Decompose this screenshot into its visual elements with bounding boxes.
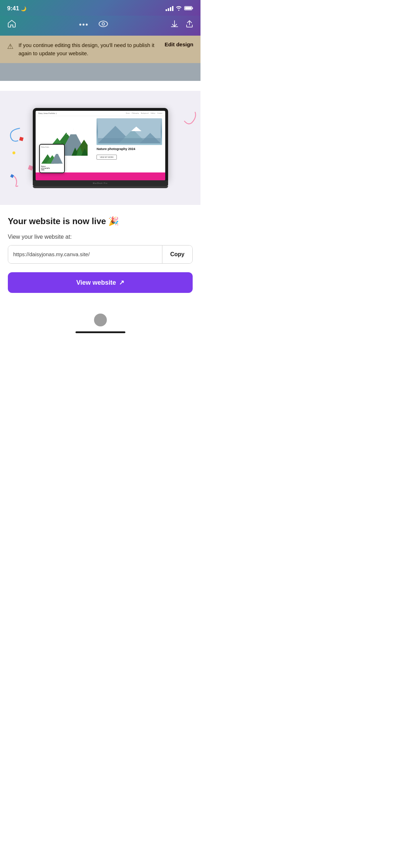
site-hero-image bbox=[97, 118, 162, 145]
confetti-yellow-dot bbox=[12, 151, 15, 154]
moon-icon: 🌙 bbox=[21, 6, 26, 11]
confetti-blue-curl-tl bbox=[7, 126, 21, 144]
nav-right-icons bbox=[171, 20, 193, 30]
copy-button[interactable]: Copy bbox=[162, 246, 192, 263]
confetti-blue-small bbox=[10, 174, 14, 178]
confetti-pink-curl-tr bbox=[179, 110, 197, 125]
nav-bar: ••• bbox=[0, 16, 200, 36]
laptop-screen-inner: Daisy Jonas Portfolio :) HomePhilosophyB… bbox=[36, 111, 165, 180]
warning-text: If you continue editing this design, you… bbox=[19, 41, 160, 57]
svg-marker-8 bbox=[66, 129, 80, 134]
external-link-icon: ↗ bbox=[119, 279, 124, 286]
bottom-content: Your website is now live 🎉 View your liv… bbox=[0, 205, 200, 310]
warning-banner: ⚠ If you continue editing this design, y… bbox=[0, 36, 200, 63]
svg-rect-20 bbox=[98, 138, 161, 143]
svg-marker-24 bbox=[55, 152, 59, 154]
site-nav-links: HomePhilosophyBackgroundGalleryContact bbox=[126, 112, 162, 114]
laptop-brand: MacBook Pro bbox=[93, 182, 108, 184]
home-indicator-line bbox=[75, 331, 125, 333]
site-right: Nature photography 2024 VIEW MY WORK bbox=[94, 116, 165, 180]
laptop-mockup: Daisy Jonas Portfolio :) HomePhilosophyB… bbox=[33, 108, 168, 188]
url-text: https://daisyjonas.my.canva.site/ bbox=[8, 246, 162, 263]
mobile-mountains bbox=[41, 149, 63, 165]
more-icon[interactable]: ••• bbox=[79, 21, 89, 29]
svg-rect-2 bbox=[185, 7, 192, 9]
share-icon[interactable] bbox=[186, 20, 193, 30]
home-button[interactable] bbox=[7, 19, 16, 30]
confetti-red-sq bbox=[19, 137, 24, 141]
view-website-label: View website bbox=[76, 279, 116, 286]
status-bar: 9:41 🌙 bbox=[0, 0, 200, 16]
signal-icon bbox=[166, 6, 173, 11]
wifi-icon bbox=[176, 6, 182, 12]
site-hero-text: Nature photography 2024 bbox=[97, 147, 162, 151]
eye-icon[interactable] bbox=[99, 21, 108, 29]
site-logo: Daisy Jonas Portfolio :) bbox=[38, 112, 57, 114]
warning-icon: ⚠ bbox=[7, 42, 14, 51]
view-website-button[interactable]: View website ↗ bbox=[8, 272, 193, 293]
live-subtitle: View your live website at: bbox=[8, 234, 193, 240]
site-cta: VIEW MY WORK bbox=[97, 155, 117, 160]
live-title: Your website is now live 🎉 bbox=[8, 216, 193, 227]
svg-rect-1 bbox=[192, 7, 193, 9]
site-pink-bar bbox=[36, 172, 165, 180]
laptop-screen-outer: Daisy Jonas Portfolio :) HomePhilosophyB… bbox=[33, 108, 168, 180]
laptop-base: MacBook Pro bbox=[33, 180, 168, 186]
preview-section: Daisy Jonas Portfolio :) HomePhilosophyB… bbox=[0, 91, 200, 205]
svg-point-4 bbox=[102, 23, 105, 25]
status-icons bbox=[166, 6, 193, 12]
white-gap bbox=[0, 81, 200, 91]
nav-center-icons: ••• bbox=[79, 21, 108, 29]
battery-icon bbox=[184, 6, 193, 12]
home-indicator-circle bbox=[94, 314, 107, 326]
edit-design-button[interactable]: Edit design bbox=[165, 41, 193, 47]
svg-point-3 bbox=[99, 21, 108, 27]
confetti-pink-curl-bl bbox=[12, 175, 27, 187]
mobile-text: Naturephotography2024 bbox=[41, 165, 63, 171]
mobile-preview: Daisy Jonas... Naturephotography2024 bbox=[39, 144, 65, 173]
mobile-preview-content: Daisy Jonas... Naturephotography2024 bbox=[40, 145, 64, 172]
laptop-bottom bbox=[33, 186, 168, 188]
gray-spacer bbox=[0, 63, 200, 81]
status-time: 9:41 🌙 bbox=[7, 5, 26, 12]
site-nav: Daisy Jonas Portfolio :) HomePhilosophyB… bbox=[36, 111, 165, 116]
url-container: https://daisyjonas.my.canva.site/ Copy bbox=[8, 245, 193, 264]
home-indicator-area bbox=[0, 310, 200, 340]
download-icon[interactable] bbox=[171, 20, 178, 30]
mobile-logo: Daisy Jonas... bbox=[41, 146, 63, 148]
